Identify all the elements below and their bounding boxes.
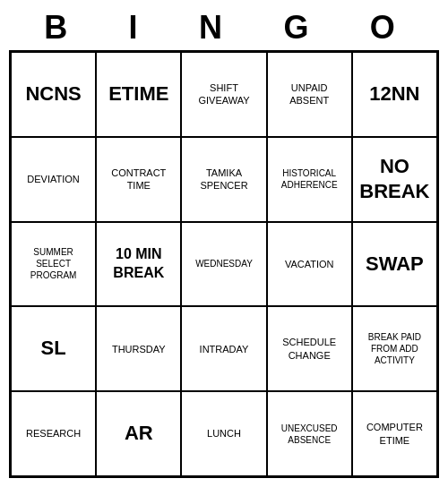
cell-16: THURSDAY: [96, 306, 181, 391]
cell-7: TAMIKA SPENCER: [181, 137, 266, 222]
cell-23: UNEXCUSED ABSENCE: [267, 391, 352, 476]
cell-13: VACATION: [267, 222, 352, 307]
bingo-grid: NCNSETIMESHIFT GIVEAWAYUNPAID ABSENT12NN…: [9, 50, 439, 478]
cell-19: BREAK PAID FROM ADD ACTIVITY: [352, 306, 437, 391]
title-g: G: [283, 9, 317, 47]
cell-20: RESEARCH: [11, 391, 96, 476]
cell-12: WEDNESDAY: [181, 222, 266, 307]
cell-24: COMPUTER ETIME: [352, 391, 437, 476]
cell-4: 12NN: [352, 52, 437, 137]
cell-0: NCNS: [11, 52, 96, 137]
cell-11: 10 MIN BREAK: [96, 222, 181, 307]
title-b: B: [44, 9, 76, 47]
cell-5: DEVIATION: [11, 137, 96, 222]
cell-6: CONTRACT TIME: [96, 137, 181, 222]
cell-15: SL: [11, 306, 96, 391]
cell-2: SHIFT GIVEAWAY: [181, 52, 266, 137]
bingo-title: B I N G O: [9, 9, 439, 47]
cell-22: LUNCH: [181, 391, 266, 476]
cell-21: AR: [96, 391, 181, 476]
cell-8: HISTORICAL ADHERENCE: [267, 137, 352, 222]
title-o: O: [370, 9, 404, 47]
title-i: I: [129, 9, 147, 47]
cell-9: NO BREAK: [352, 137, 437, 222]
cell-14: SWAP: [352, 222, 437, 307]
cell-1: ETIME: [96, 52, 181, 137]
cell-3: UNPAID ABSENT: [267, 52, 352, 137]
cell-17: INTRADAY: [181, 306, 266, 391]
cell-10: SUMMER SELECT PROGRAM: [11, 222, 96, 307]
title-n: N: [199, 9, 231, 47]
cell-18: SCHEDULE CHANGE: [267, 306, 352, 391]
